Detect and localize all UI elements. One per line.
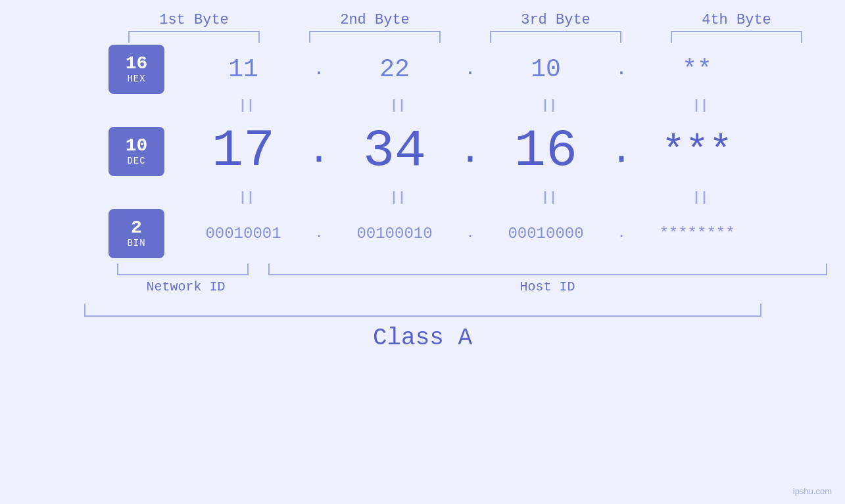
bin-badge-number: 2 xyxy=(131,218,142,239)
eq1-b1: || xyxy=(181,98,312,113)
bin-b1: 00010001 xyxy=(178,225,309,242)
eq2-b4: || xyxy=(635,190,766,205)
bin-b2: 00100010 xyxy=(329,225,460,242)
top-brackets xyxy=(104,31,827,43)
class-label: Class A xyxy=(373,325,472,352)
dec-row: 10 DEC 17 . 34 . 16 . *** xyxy=(82,115,763,187)
hex-b3: 10 xyxy=(480,55,612,83)
dec-dot2: . xyxy=(460,129,480,173)
hex-dot3: . xyxy=(612,58,631,80)
watermark: ipshu.com xyxy=(793,486,832,496)
equals-row-2: || || || || xyxy=(181,187,766,207)
hex-badge-number: 16 xyxy=(126,54,148,74)
host-id-bracket xyxy=(268,263,827,275)
equals-row-1: || || || || xyxy=(181,95,766,115)
main-container: 1st Byte 2nd Byte 3rd Byte 4th Byte 16 H… xyxy=(0,0,845,504)
dec-b3: 16 xyxy=(480,125,612,177)
byte-headers: 1st Byte 2nd Byte 3rd Byte 4th Byte xyxy=(104,12,827,28)
dec-b2: 34 xyxy=(329,125,460,177)
eq1-b4: || xyxy=(635,98,766,113)
hex-badge-label: HEX xyxy=(127,74,145,84)
dec-dot1: . xyxy=(309,129,329,173)
bin-badge: 2 BIN xyxy=(109,209,164,258)
eq1-b3: || xyxy=(483,98,615,113)
hex-dot1: . xyxy=(309,58,329,80)
bin-b3: 00010000 xyxy=(480,225,612,242)
byte3-header: 3rd Byte xyxy=(477,12,635,28)
bin-badge-label: BIN xyxy=(127,238,145,248)
dec-dot3: . xyxy=(612,129,631,173)
byte4-header: 4th Byte xyxy=(658,12,815,28)
dec-b4: *** xyxy=(631,131,763,171)
hex-badge: 16 HEX xyxy=(109,45,164,94)
network-id-bracket xyxy=(117,263,249,275)
byte2-header: 2nd Byte xyxy=(296,12,454,28)
bracket-byte1 xyxy=(128,31,260,43)
dec-badge-label: DEC xyxy=(127,156,145,166)
hex-row: 16 HEX 11 . 22 . 10 . ** xyxy=(82,43,763,95)
eq1-b2: || xyxy=(332,98,464,113)
dec-badge: 10 DEC xyxy=(109,127,164,176)
dec-badge-number: 10 xyxy=(126,136,148,156)
dec-b1: 17 xyxy=(178,125,309,177)
hex-b4: ** xyxy=(631,55,763,83)
bin-dot2: . xyxy=(460,225,480,242)
bin-b4: ******** xyxy=(631,225,763,242)
id-labels: Network ID Host ID xyxy=(104,279,827,294)
bottom-bracket-area: Network ID Host ID xyxy=(104,263,827,294)
hex-values: 11 . 22 . 10 . ** xyxy=(164,55,763,83)
eq2-b2: || xyxy=(332,190,464,205)
bin-values: 00010001 . 00100010 . 00010000 . *******… xyxy=(164,225,763,242)
eq2-b1: || xyxy=(181,190,312,205)
bin-row: 2 BIN 00010001 . 00100010 . 00010000 . *… xyxy=(82,207,763,260)
bracket-byte3 xyxy=(490,31,621,43)
network-id-label: Network ID xyxy=(104,279,268,294)
dec-values: 17 . 34 . 16 . *** xyxy=(164,125,763,177)
eq2-b3: || xyxy=(483,190,615,205)
class-bracket xyxy=(84,304,761,317)
hex-b2: 22 xyxy=(329,55,460,83)
bracket-byte4 xyxy=(671,31,802,43)
bin-dot3: . xyxy=(612,225,631,242)
bin-dot1: . xyxy=(309,225,329,242)
bracket-byte2 xyxy=(309,31,441,43)
hex-b1: 11 xyxy=(178,55,309,83)
hex-dot2: . xyxy=(460,58,480,80)
host-id-label: Host ID xyxy=(268,279,827,294)
byte1-header: 1st Byte xyxy=(115,12,273,28)
